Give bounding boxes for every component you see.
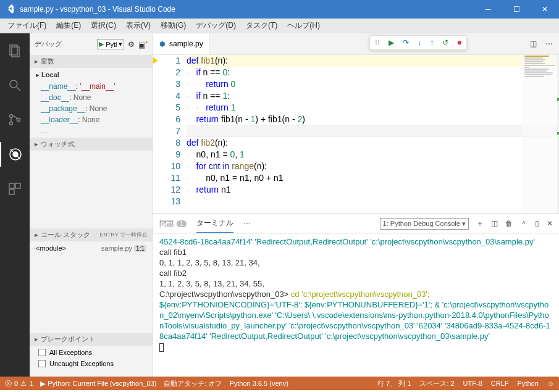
breakpoint-row[interactable]: All Exceptions	[30, 347, 153, 358]
status-feedback-icon[interactable]: ☺	[547, 379, 554, 388]
checkbox[interactable]	[38, 360, 46, 367]
vscode-icon	[5, 4, 15, 14]
section-watch[interactable]: ▸ ウォッチ式	[30, 138, 153, 151]
debug-icon[interactable]	[0, 142, 30, 167]
svg-point-4	[10, 115, 13, 118]
svg-line-3	[17, 87, 20, 91]
status-errors[interactable]: ⓧ 0 ⚠ 1	[5, 379, 33, 388]
menu-select[interactable]: 選択(C)	[86, 19, 121, 33]
terminal-content[interactable]: 4524-8cd6-18ca4aa74f14' 'RedirectOutput,…	[153, 234, 559, 377]
panel-tab-terminal[interactable]: ターミナル	[196, 214, 233, 233]
status-cursor-pos[interactable]: 行 7、 列 1	[377, 379, 411, 388]
tab-sample-py[interactable]: ⬢ sample.py	[153, 33, 210, 54]
status-encoding[interactable]: UTF-8	[463, 379, 482, 388]
panel-tab-problems[interactable]: 問題1	[159, 215, 187, 233]
svg-rect-10	[9, 183, 14, 188]
code-editor[interactable]: 12345678910111213 def fib1(n):· if n == …	[153, 55, 559, 213]
svg-point-5	[10, 122, 13, 125]
titlebar[interactable]: sample.py - vscpython_03 - Visual Studio…	[0, 0, 559, 19]
status-auto-attach[interactable]: 自動アタッチ: オフ	[164, 379, 222, 388]
breakpoint-row[interactable]: Uncaught Exceptions	[30, 358, 153, 369]
close-button[interactable]: ✕	[531, 0, 559, 19]
status-python-env[interactable]: Python 3.6.5 (venv)	[229, 380, 288, 387]
extensions-icon[interactable]	[0, 177, 30, 201]
debug-console-icon[interactable]: ▣•	[138, 39, 148, 49]
menu-file[interactable]: ファイル(F)	[2, 19, 51, 33]
more-icon[interactable]: ⋯	[545, 40, 553, 48]
debug-config-dropdown[interactable]: ▶Pytl▾	[97, 39, 124, 49]
panel-tab-more[interactable]: ⋯	[243, 215, 251, 231]
svg-point-9	[13, 152, 18, 157]
kill-terminal-icon[interactable]: 🗑	[505, 219, 513, 228]
status-launch-config[interactable]: ▶ Python: Current File (vscpython_03)	[40, 380, 156, 388]
menu-debug[interactable]: デバッグ(D)	[191, 19, 241, 33]
activitybar	[0, 33, 30, 377]
variable-row[interactable]: __doc__: None	[30, 92, 153, 103]
maximize-panel-icon[interactable]: ＾	[520, 219, 527, 229]
minimize-button[interactable]: ─	[474, 0, 502, 19]
status-eol[interactable]: CRLF	[491, 379, 509, 388]
debug-label: デバッグ	[35, 40, 93, 49]
menu-go[interactable]: 移動(G)	[156, 19, 191, 33]
debug-sidebar: デバッグ ▶Pytl▾ ⚙ ▣• ▸ 変数 ▸ Local __name__: …	[30, 33, 153, 377]
close-panel-icon[interactable]: ✕	[547, 219, 553, 228]
callstack-frame[interactable]: <module> sample.py 1:1	[30, 243, 153, 254]
scm-icon[interactable]	[0, 107, 30, 132]
split-editor-icon[interactable]: ◫	[530, 40, 537, 48]
split-terminal-icon[interactable]: ◫	[491, 219, 498, 228]
step-out-button[interactable]: ↑	[430, 38, 434, 47]
minimap[interactable]	[522, 55, 559, 213]
menu-edit[interactable]: 編集(E)	[51, 19, 86, 33]
local-scope[interactable]: ▸ Local	[30, 69, 153, 81]
section-variables[interactable]: ▸ 変数	[30, 55, 153, 68]
window-title: sample.py - vscpython_03 - Visual Studio…	[20, 5, 474, 14]
section-callstack[interactable]: ▸ コール スタックENTRY で一時停止	[30, 228, 153, 241]
continue-button[interactable]: ▶	[389, 38, 394, 47]
explorer-icon[interactable]	[0, 38, 30, 63]
search-icon[interactable]	[0, 73, 30, 98]
bottom-panel: 問題1 ターミナル ⋯ 1: Python Debug Console ▾ ＋ …	[153, 213, 559, 377]
tab-label: sample.py	[169, 40, 203, 48]
step-into-button[interactable]: ↓	[418, 38, 421, 47]
variable-row: …	[30, 125, 153, 136]
maximize-button[interactable]: ☐	[502, 0, 531, 19]
menu-task[interactable]: タスク(T)	[241, 19, 282, 33]
checkbox[interactable]	[38, 349, 46, 356]
variable-row[interactable]: __package__: None	[30, 103, 153, 114]
debug-header: デバッグ ▶Pytl▾ ⚙ ▣•	[30, 33, 153, 55]
gear-icon[interactable]: ⚙	[128, 40, 135, 49]
stop-button[interactable]: ■	[457, 38, 461, 47]
svg-point-2	[10, 80, 17, 88]
step-over-button[interactable]: ↷	[403, 38, 409, 47]
menu-view[interactable]: 表示(V)	[121, 19, 156, 33]
variable-row[interactable]: __name__: '__main__'	[30, 81, 153, 92]
menubar: ファイル(F) 編集(E) 選択(C) 表示(V) 移動(G) デバッグ(D) …	[0, 19, 559, 33]
variable-row[interactable]: __loader__: None	[30, 114, 153, 125]
status-lang[interactable]: Python	[518, 379, 539, 388]
debug-toolbar[interactable]: ⁞⁞ ▶ ↷ ↓ ↑ ↺ ■	[369, 35, 467, 50]
drag-handle-icon[interactable]: ⁞⁞	[375, 38, 380, 47]
section-breakpoints[interactable]: ▸ ブレークポイント	[30, 333, 153, 346]
editor-tabs: ⬢ sample.py ⁞⁞ ▶ ↷ ↓ ↑ ↺ ■ ◫ ⋯	[153, 33, 559, 55]
python-file-icon: ⬢	[159, 40, 166, 48]
statusbar: ⓧ 0 ⚠ 1 ▶ Python: Current File (vscpytho…	[0, 377, 559, 390]
menu-help[interactable]: ヘルプ(H)	[282, 19, 325, 33]
restart-button[interactable]: ↺	[442, 38, 448, 47]
terminal-dropdown[interactable]: 1: Python Debug Console ▾	[380, 218, 469, 230]
status-indent[interactable]: スペース: 2	[419, 379, 454, 388]
svg-rect-11	[15, 183, 20, 188]
move-panel-icon[interactable]: ▯	[535, 219, 539, 228]
svg-rect-12	[9, 190, 14, 194]
new-terminal-icon[interactable]: ＋	[476, 219, 484, 229]
